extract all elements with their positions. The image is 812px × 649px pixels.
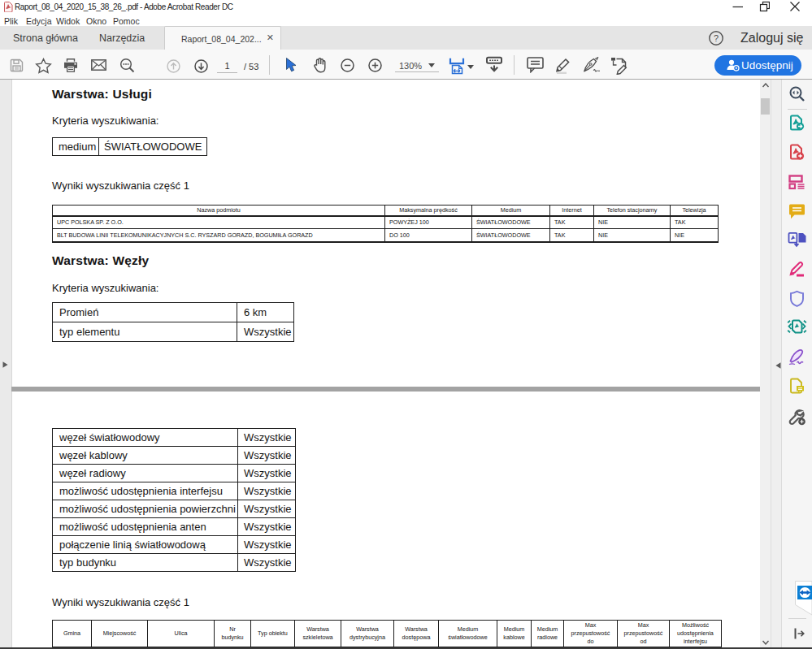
svg-text:?: ? [714, 33, 719, 43]
